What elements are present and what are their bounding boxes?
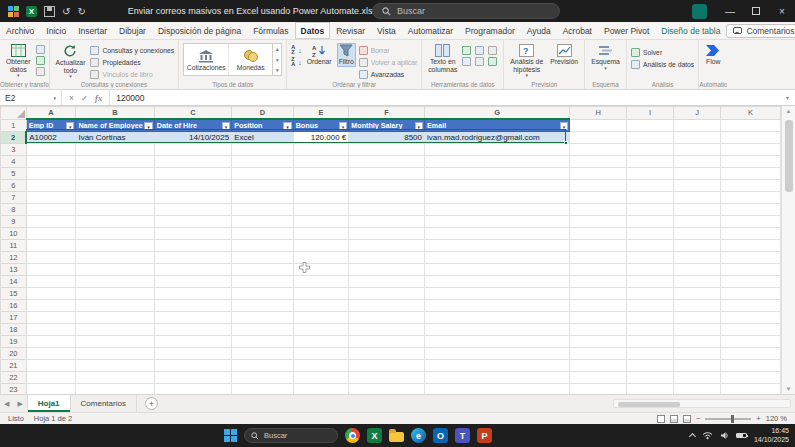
tab-vista[interactable]: Vista xyxy=(371,22,402,39)
cell-G21[interactable] xyxy=(425,360,570,372)
cell-G17[interactable] xyxy=(425,312,570,324)
cell-A8[interactable] xyxy=(26,204,76,216)
cell-G1[interactable]: Email▾ xyxy=(425,119,570,132)
filter-dropdown-F[interactable]: ▾ xyxy=(415,122,424,131)
enter-icon[interactable]: ✓ xyxy=(81,93,88,103)
cell-J20[interactable] xyxy=(674,348,721,360)
cell-I5[interactable] xyxy=(627,168,674,180)
cell-B17[interactable] xyxy=(76,312,154,324)
filter-dropdown-E[interactable]: ▾ xyxy=(339,122,348,131)
cell-A13[interactable] xyxy=(26,264,76,276)
close-button[interactable]: × xyxy=(769,0,795,22)
cell-D15[interactable] xyxy=(232,288,294,300)
cell-H14[interactable] xyxy=(570,276,627,288)
cell-E20[interactable] xyxy=(293,348,349,360)
cell-K20[interactable] xyxy=(721,348,781,360)
cell-I12[interactable] xyxy=(627,252,674,264)
cell-B11[interactable] xyxy=(76,240,154,252)
file-explorer-icon[interactable] xyxy=(389,432,404,442)
cell-B15[interactable] xyxy=(76,288,154,300)
cell-B20[interactable] xyxy=(76,348,154,360)
cell-H19[interactable] xyxy=(570,336,627,348)
teams-icon[interactable]: T xyxy=(455,428,470,443)
cell-J15[interactable] xyxy=(674,288,721,300)
row-header-12[interactable]: 12 xyxy=(1,252,27,264)
cell-H12[interactable] xyxy=(570,252,627,264)
refresh-all-button[interactable]: Actualizar todo ▾ xyxy=(54,43,88,81)
cell-E12[interactable] xyxy=(293,252,349,264)
row-header-1[interactable]: 1 xyxy=(1,119,27,132)
page-layout-view-icon[interactable] xyxy=(670,415,678,423)
maximize-button[interactable] xyxy=(743,0,769,22)
cell-I3[interactable] xyxy=(627,144,674,156)
cell-C7[interactable] xyxy=(154,192,231,204)
cell-E18[interactable] xyxy=(293,324,349,336)
zoom-out-button[interactable]: − xyxy=(696,414,700,423)
row-header-13[interactable]: 13 xyxy=(1,264,27,276)
cell-C21[interactable] xyxy=(154,360,231,372)
sheet-tab-hoja1[interactable]: Hoja1 xyxy=(27,395,71,412)
cell-K4[interactable] xyxy=(721,156,781,168)
cell-G23[interactable] xyxy=(425,384,570,395)
sheet-nav-left-icon[interactable]: ◀ xyxy=(0,400,13,408)
manage-data-model-icon[interactable] xyxy=(488,57,497,66)
cell-G13[interactable] xyxy=(425,264,570,276)
cell-G22[interactable] xyxy=(425,372,570,384)
cell-K12[interactable] xyxy=(721,252,781,264)
data-analysis-button[interactable]: Análisis de datos xyxy=(631,59,694,69)
cell-C20[interactable] xyxy=(154,348,231,360)
cell-J19[interactable] xyxy=(674,336,721,348)
cell-B2[interactable]: Iván Cortinas xyxy=(76,132,154,144)
cell-J16[interactable] xyxy=(674,300,721,312)
cell-E23[interactable] xyxy=(293,384,349,395)
cell-D11[interactable] xyxy=(232,240,294,252)
cell-K19[interactable] xyxy=(721,336,781,348)
cell-B19[interactable] xyxy=(76,336,154,348)
cell-C10[interactable] xyxy=(154,228,231,240)
row-header-21[interactable]: 21 xyxy=(1,360,27,372)
filter-dropdown-B[interactable]: ▾ xyxy=(144,122,153,131)
cell-I14[interactable] xyxy=(627,276,674,288)
cell-G14[interactable] xyxy=(425,276,570,288)
cell-D12[interactable] xyxy=(232,252,294,264)
cell-K18[interactable] xyxy=(721,324,781,336)
column-header-K[interactable]: K xyxy=(721,107,781,120)
cell-C13[interactable] xyxy=(154,264,231,276)
cell-E11[interactable] xyxy=(293,240,349,252)
app-launcher-icon[interactable] xyxy=(8,6,19,17)
cell-H16[interactable] xyxy=(570,300,627,312)
cell-E6[interactable] xyxy=(293,180,349,192)
cell-J18[interactable] xyxy=(674,324,721,336)
cell-B1[interactable]: Name of Employee▾ xyxy=(76,119,154,132)
queries-connections-button[interactable]: Consultas y conexiones xyxy=(90,45,174,55)
redo-icon[interactable]: ↻ xyxy=(77,6,85,17)
flow-button[interactable]: Flow xyxy=(703,43,723,67)
cell-F16[interactable] xyxy=(349,300,425,312)
cell-J11[interactable] xyxy=(674,240,721,252)
column-header-G[interactable]: G xyxy=(425,107,570,120)
cell-J22[interactable] xyxy=(674,372,721,384)
row-header-23[interactable]: 23 xyxy=(1,384,27,395)
cell-C18[interactable] xyxy=(154,324,231,336)
column-header-F[interactable]: F xyxy=(349,107,425,120)
cell-B3[interactable] xyxy=(76,144,154,156)
cell-A10[interactable] xyxy=(26,228,76,240)
cell-I18[interactable] xyxy=(627,324,674,336)
cell-K17[interactable] xyxy=(721,312,781,324)
cell-F10[interactable] xyxy=(349,228,425,240)
cell-F18[interactable] xyxy=(349,324,425,336)
cell-E7[interactable] xyxy=(293,192,349,204)
filter-dropdown-A[interactable]: ▾ xyxy=(66,122,75,131)
cell-K7[interactable] xyxy=(721,192,781,204)
tab-ayuda[interactable]: Ayuda xyxy=(521,22,557,39)
row-header-19[interactable]: 19 xyxy=(1,336,27,348)
cell-B7[interactable] xyxy=(76,192,154,204)
cell-C9[interactable] xyxy=(154,216,231,228)
cell-J7[interactable] xyxy=(674,192,721,204)
cell-I21[interactable] xyxy=(627,360,674,372)
cell-I11[interactable] xyxy=(627,240,674,252)
cell-D14[interactable] xyxy=(232,276,294,288)
cell-I2[interactable] xyxy=(627,132,674,144)
cell-A21[interactable] xyxy=(26,360,76,372)
tab-archivo[interactable]: Archivo xyxy=(0,22,40,39)
